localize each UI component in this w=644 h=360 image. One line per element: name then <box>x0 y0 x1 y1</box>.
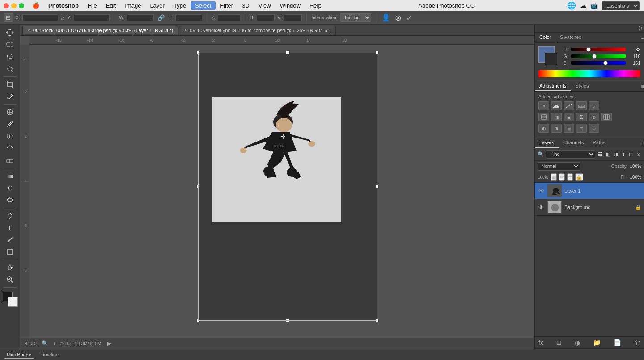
crop-tool[interactable] <box>4 79 16 90</box>
transform-handle-br[interactable] <box>375 319 379 322</box>
background-color-swatch[interactable] <box>545 53 557 65</box>
transform-handle-tl[interactable] <box>196 51 200 54</box>
green-slider[interactable] <box>571 54 626 58</box>
photo-filter-adj[interactable] <box>576 113 587 121</box>
channel-mixer-adj[interactable]: ⊕ <box>589 113 599 121</box>
type-tool[interactable]: T <box>4 222 16 234</box>
blur-tool[interactable] <box>4 182 16 194</box>
selective-color-adj[interactable]: ▭ <box>589 124 599 133</box>
lock-all-button[interactable]: 🔒 <box>575 173 583 181</box>
layer-text-filter[interactable]: T <box>621 151 626 158</box>
skew-v-input[interactable]: 0.00 <box>284 14 302 21</box>
delete-layer-button[interactable]: 🗑 <box>634 339 640 346</box>
cloud-sync-icon[interactable]: ↕ <box>53 340 55 347</box>
color-spectrum-bar[interactable] <box>538 70 640 77</box>
tab-0[interactable]: ✕ 08-iStock_000011057163Large.psd @ 9.83… <box>22 26 178 34</box>
tab-channels[interactable]: Channels <box>559 138 588 148</box>
tab-mini-bridge[interactable]: Mini Bridge <box>4 351 34 359</box>
layers-panel-menu[interactable]: ≡ <box>641 138 644 148</box>
history-brush-tool[interactable] <box>4 142 16 154</box>
blue-slider[interactable] <box>571 61 626 65</box>
tab-color[interactable]: Color <box>535 33 555 42</box>
tab-styles[interactable]: Styles <box>571 81 593 91</box>
menu-select[interactable]: Select <box>191 1 216 10</box>
menu-help[interactable]: Help <box>305 1 326 10</box>
menu-view[interactable]: View <box>254 1 275 10</box>
eraser-tool[interactable] <box>4 155 16 166</box>
confirm-transform-button[interactable]: ✓ <box>405 12 414 24</box>
fill-value[interactable]: 100% <box>630 175 641 180</box>
transform-handle-ml[interactable] <box>196 185 200 188</box>
minimize-button[interactable] <box>11 3 17 8</box>
layer-filter-select[interactable]: Kind <box>546 150 595 159</box>
interpolation-select[interactable]: Bicubic <box>340 13 371 22</box>
menu-image[interactable]: Image <box>120 1 145 10</box>
w-input[interactable]: 100.00% <box>127 14 154 21</box>
layer-type-filter[interactable]: ☰ <box>597 151 603 158</box>
link-proportions-button[interactable]: 🔗 <box>157 13 165 22</box>
zoom-icon[interactable]: 🔍 <box>42 340 48 347</box>
brush-tool[interactable] <box>4 118 16 130</box>
lock-transparent-button[interactable]: ▦ <box>551 173 557 181</box>
pen-tool[interactable] <box>4 210 16 222</box>
layer-item-layer1[interactable]: 👁 Layer 1 <box>535 183 644 199</box>
tab-swatches[interactable]: Swatches <box>555 33 586 42</box>
vibrance-adj[interactable]: ▽ <box>589 101 599 110</box>
transform-handle-bc[interactable] <box>286 319 289 322</box>
menu-3d[interactable]: 3D <box>237 1 254 10</box>
layer-visibility-layer1[interactable]: 👁 <box>538 188 545 194</box>
add-mask-button[interactable]: ⊟ <box>556 339 562 346</box>
blend-mode-select[interactable]: Normal <box>538 162 580 171</box>
gradient-tool[interactable] <box>4 170 16 182</box>
posterize-adj[interactable]: ◑ <box>551 124 562 133</box>
eyedropper-tool[interactable] <box>4 91 16 102</box>
transform-handle-tr[interactable] <box>375 51 379 54</box>
navigate-icon[interactable]: ▶ <box>107 340 111 347</box>
black-white-adj[interactable]: ▣ <box>564 113 574 121</box>
curves-adj[interactable] <box>564 101 574 110</box>
tab-layers[interactable]: Layers <box>535 138 559 148</box>
menu-filter[interactable]: Filter <box>216 1 237 10</box>
menu-layer[interactable]: Layer <box>145 1 169 10</box>
layer-visibility-background[interactable]: 👁 <box>538 204 545 211</box>
marquee-tool[interactable] <box>4 39 16 50</box>
lock-image-button[interactable]: ✏ <box>559 173 565 181</box>
path-selection-tool[interactable] <box>4 234 16 246</box>
exposure-adj[interactable] <box>576 101 587 110</box>
collapse-panel-button[interactable]: ⟩⟩ <box>639 25 642 31</box>
menu-photoshop[interactable]: Photoshop <box>44 1 83 10</box>
lasso-tool[interactable] <box>4 51 16 63</box>
menu-file[interactable]: File <box>83 1 102 10</box>
invert-adj[interactable]: ◐ <box>538 124 549 133</box>
apple-menu[interactable]: 🍎 <box>28 1 44 10</box>
background-color[interactable] <box>8 297 18 307</box>
layer-smart-filter[interactable]: ⊗ <box>636 151 641 158</box>
tab-adjustments[interactable]: Adjustments <box>535 81 571 91</box>
maximize-button[interactable] <box>19 3 24 8</box>
move-tool[interactable] <box>4 27 16 38</box>
y-input[interactable]: 1546.00 px <box>74 14 110 21</box>
brightness-contrast-adj[interactable]: ☀ <box>538 101 549 110</box>
tab-paths[interactable]: Paths <box>589 138 610 148</box>
hue-saturation-adj[interactable] <box>538 113 549 121</box>
skew-h-input[interactable]: 0.00 <box>257 14 275 21</box>
adjustments-panel-menu[interactable]: ≡ <box>641 81 644 91</box>
canvas-wrapper[interactable]: -18 -14 -10 -6 -2 2 6 10 14 18 -4 0 2 <box>20 36 534 338</box>
color-balance-adj[interactable]: ◨ <box>551 113 562 121</box>
rotation-input[interactable]: 0.00 <box>218 14 240 21</box>
gradient-map-adj[interactable]: ◻ <box>576 124 587 133</box>
menu-type[interactable]: Type <box>169 1 191 10</box>
healing-brush-tool[interactable] <box>4 106 16 118</box>
menu-edit[interactable]: Edit <box>102 1 120 10</box>
dodge-tool[interactable] <box>4 194 16 206</box>
essentials-dropdown[interactable]: Essentials <box>602 1 640 10</box>
warp-icon[interactable]: 👤 <box>381 13 391 23</box>
new-adjustment-button[interactable]: ◑ <box>575 339 580 346</box>
tab-1[interactable]: ✕ 09-10KandiceLynn19-306-to-composite.ps… <box>179 26 335 34</box>
layer-adjustment-filter[interactable]: ◑ <box>613 151 619 158</box>
h-input[interactable]: 100.00% <box>175 14 202 21</box>
layer-item-background[interactable]: 👁 Background 🔒 <box>535 199 644 216</box>
zoom-tool[interactable] <box>4 274 16 285</box>
color-lookup-adj[interactable] <box>601 113 612 121</box>
tab-timeline[interactable]: Timeline <box>38 351 61 358</box>
